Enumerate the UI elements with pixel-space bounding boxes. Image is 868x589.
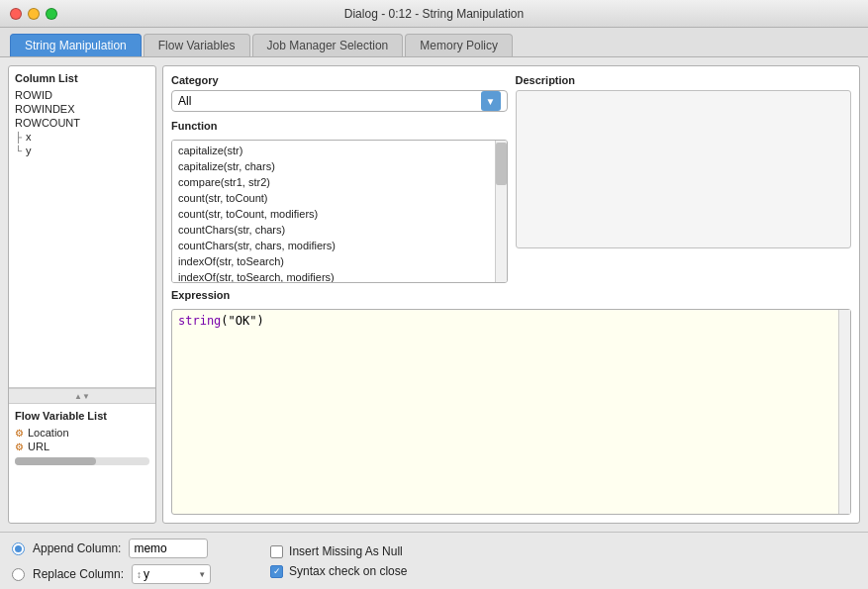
append-column-row: Append Column: — [12, 539, 211, 558]
function-item-6[interactable]: countChars(str, chars, modifiers) — [172, 238, 495, 253]
column-options: Append Column: Replace Column: ↕ y ▼ — [12, 539, 211, 584]
left-panel: Column List ROWID ROWINDEX ROWCOUNT ├ x … — [8, 65, 156, 524]
replace-column-label: Replace Column: — [33, 567, 124, 581]
insert-missing-label: Insert Missing As Null — [289, 544, 403, 558]
append-column-input[interactable] — [129, 539, 208, 558]
expression-fn-name: string — [178, 314, 221, 328]
sort-icon: ↕ — [137, 569, 142, 580]
insert-missing-checkbox[interactable] — [270, 545, 283, 558]
window-controls — [10, 8, 57, 20]
title-bar: Dialog - 0:12 - String Manipulation — [0, 0, 868, 28]
function-item-5[interactable]: countChars(str, chars) — [172, 222, 495, 238]
left-panel-scrollbar[interactable] — [15, 457, 149, 465]
function-label: Function — [171, 120, 508, 132]
function-item-8[interactable]: indexOf(str, toSearch, modifiers) — [172, 269, 495, 283]
function-item-1[interactable]: capitalize(str, chars) — [172, 158, 495, 174]
flow-var-icon-location: ⚙ — [15, 428, 24, 439]
function-item-3[interactable]: count(str, toCount) — [172, 190, 495, 206]
expression-args: ("OK") — [221, 314, 263, 328]
column-x[interactable]: ├ x — [15, 130, 149, 144]
function-list-scrollbar-thumb — [496, 143, 507, 185]
resize-dots-icon: ▲▼ — [74, 392, 90, 401]
function-item-0[interactable]: capitalize(str) — [172, 143, 495, 158]
close-button[interactable] — [10, 8, 22, 20]
minimize-button[interactable] — [28, 8, 40, 20]
column-rowid[interactable]: ROWID — [15, 88, 149, 102]
tab-string-manipulation[interactable]: String Manipulation — [10, 34, 142, 56]
maximize-button[interactable] — [46, 8, 57, 20]
insert-missing-row: Insert Missing As Null — [270, 544, 407, 558]
resize-handle[interactable]: ▲▼ — [9, 388, 155, 404]
description-box — [516, 90, 852, 248]
left-panel-scrollbar-thumb — [15, 457, 96, 465]
tab-bar: String Manipulation Flow Variables Job M… — [0, 28, 868, 57]
column-list-title: Column List — [15, 72, 149, 84]
expression-box[interactable]: string("OK") — [171, 309, 851, 515]
replace-column-row: Replace Column: ↕ y ▼ — [12, 564, 211, 584]
tab-job-manager-selection[interactable]: Job Manager Selection — [252, 34, 404, 56]
tree-icon-y: └ — [15, 146, 22, 156]
syntax-check-checkbox[interactable] — [270, 565, 283, 578]
window-title: Dialog - 0:12 - String Manipulation — [344, 7, 524, 21]
syntax-check-label: Syntax check on close — [289, 564, 407, 578]
function-list-items: capitalize(str) capitalize(str, chars) c… — [172, 141, 495, 282]
category-dropdown-arrow[interactable]: ▼ — [481, 91, 501, 111]
flow-variable-list-section: Flow Variable List ⚙ Location ⚙ URL — [9, 404, 155, 523]
description-label: Description — [516, 74, 852, 86]
category-section: Category All ▼ Function capitalize(str) … — [171, 74, 508, 283]
column-y[interactable]: └ y — [15, 144, 149, 157]
column-list-section: Column List ROWID ROWINDEX ROWCOUNT ├ x … — [9, 66, 155, 388]
append-column-label: Append Column: — [33, 541, 121, 555]
radio-inner — [15, 545, 22, 552]
expression-text: string("OK") — [178, 314, 264, 328]
tab-memory-policy[interactable]: Memory Policy — [405, 34, 513, 56]
flow-var-icon-url: ⚙ — [15, 442, 24, 452]
column-rowcount[interactable]: ROWCOUNT — [15, 116, 149, 130]
flow-variable-list-title: Flow Variable List — [15, 410, 149, 422]
function-list-scrollbar[interactable] — [495, 141, 507, 282]
append-column-radio[interactable] — [12, 542, 25, 555]
options-right: Insert Missing As Null Syntax check on c… — [270, 544, 407, 578]
category-value: All — [178, 94, 481, 108]
function-section: Function capitalize(str) capitalize(str,… — [171, 120, 508, 283]
syntax-check-row: Syntax check on close — [270, 564, 407, 578]
tree-icon-x: ├ — [15, 132, 22, 143]
description-section: Description — [516, 74, 852, 283]
category-select[interactable]: All ▼ — [171, 90, 508, 112]
replace-column-radio[interactable] — [12, 568, 25, 581]
right-panel: Category All ▼ Function capitalize(str) … — [162, 65, 860, 524]
function-item-2[interactable]: compare(str1, str2) — [172, 174, 495, 190]
replace-column-value: y — [144, 567, 149, 581]
flow-var-location[interactable]: ⚙ Location — [15, 426, 149, 440]
bottom-bar: Append Column: Replace Column: ↕ y ▼ Ins… — [0, 532, 868, 589]
expression-section: Expression string("OK") — [171, 289, 851, 515]
flow-var-url[interactable]: ⚙ URL — [15, 440, 149, 453]
expression-label: Expression — [171, 289, 851, 301]
function-item-4[interactable]: count(str, toCount, modifiers) — [172, 206, 495, 222]
top-section: Category All ▼ Function capitalize(str) … — [171, 74, 851, 283]
replace-column-arrow: ▼ — [198, 570, 206, 579]
function-list[interactable]: capitalize(str) capitalize(str, chars) c… — [171, 140, 508, 283]
main-content: Column List ROWID ROWINDEX ROWCOUNT ├ x … — [0, 57, 868, 532]
function-item-7[interactable]: indexOf(str, toSearch) — [172, 253, 495, 269]
replace-column-select[interactable]: ↕ y ▼ — [132, 564, 211, 584]
tab-flow-variables[interactable]: Flow Variables — [144, 34, 250, 56]
column-rowindex[interactable]: ROWINDEX — [15, 102, 149, 116]
expression-scrollbar[interactable] — [838, 310, 850, 514]
category-label: Category — [171, 74, 508, 86]
